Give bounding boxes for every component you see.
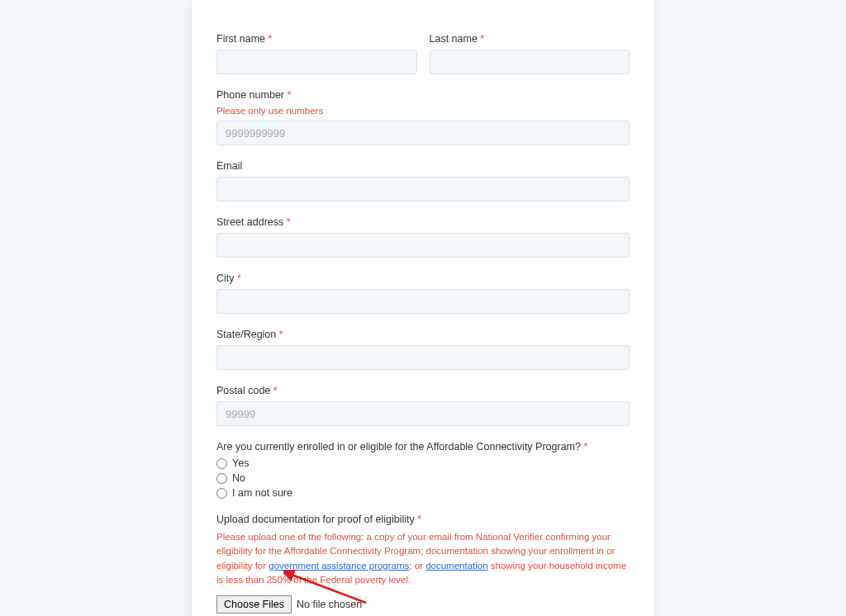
- gov-assistance-link[interactable]: government assistance programs: [269, 561, 409, 571]
- acp-label-yes: Yes: [232, 457, 249, 469]
- file-status-text: No file chosen: [297, 599, 362, 610]
- last-name-input[interactable]: [430, 50, 630, 74]
- state-label: State/Region *: [216, 329, 630, 340]
- last-name-label: Last name *: [430, 33, 630, 45]
- form-container: First name * Last name * Phone number * …: [192, 0, 654, 616]
- choose-files-button[interactable]: Choose Files: [216, 595, 292, 614]
- state-input[interactable]: [216, 345, 630, 370]
- street-label: Street address *: [216, 216, 630, 228]
- first-name-label: First name *: [216, 33, 417, 45]
- acp-label-no: No: [232, 472, 245, 484]
- acp-radio-yes[interactable]: [216, 458, 227, 469]
- upload-description: Please upload one of the following: a co…: [216, 530, 630, 587]
- phone-input[interactable]: [216, 121, 630, 145]
- upload-label: Upload documentation for proof of eligib…: [216, 514, 630, 525]
- acp-radio-no[interactable]: [216, 473, 227, 484]
- documentation-link[interactable]: documentation: [425, 561, 487, 571]
- email-input[interactable]: [216, 177, 630, 201]
- acp-label-unsure: I am not sure: [232, 487, 292, 499]
- street-input[interactable]: [216, 233, 630, 258]
- phone-hint: Please only use numbers: [216, 106, 630, 116]
- email-label: Email: [216, 160, 630, 172]
- first-name-input[interactable]: [216, 50, 417, 74]
- phone-label: Phone number *: [216, 89, 630, 101]
- acp-question-label: Are you currently enrolled in or eligibl…: [216, 441, 630, 453]
- city-input[interactable]: [216, 289, 630, 314]
- city-label: City *: [216, 272, 630, 284]
- acp-radio-unsure[interactable]: [216, 488, 227, 499]
- postal-label: Postal code *: [216, 385, 630, 396]
- postal-input[interactable]: [216, 401, 630, 426]
